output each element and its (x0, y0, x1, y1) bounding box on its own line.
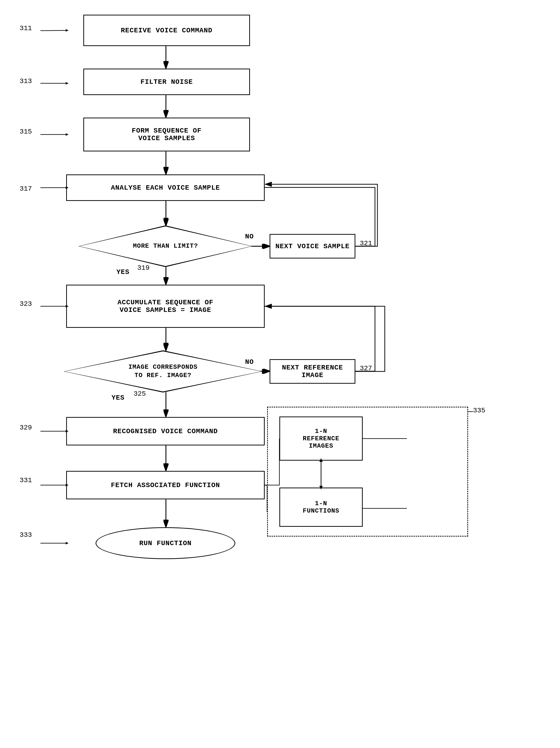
yes-label-1: YES (116, 268, 130, 276)
filter-noise-box: FILTER NOISE (83, 69, 250, 95)
image-corresponds-diamond: IMAGE CORRESPONDSTO REF. IMAGE? (64, 350, 262, 393)
svg-marker-28 (66, 542, 69, 544)
functions-box: 1-N FUNCTIONS (279, 488, 363, 527)
diagram-container: 311 313 315 317 319 321 323 325 327 329 … (0, 0, 560, 748)
ref-311: 311 (20, 24, 32, 32)
ref-331: 331 (20, 476, 32, 484)
no-label-1: NO (245, 233, 254, 240)
receive-voice-command-box: RECEIVE VOICE COMMAND (83, 15, 250, 46)
no-label-2: NO (245, 358, 254, 366)
recognised-voice-command-box: RECOGNISED VOICE COMMAND (66, 417, 265, 445)
svg-marker-21 (66, 29, 69, 31)
analyse-voice-sample-box: ANALYSE EACH VOICE SAMPLE (66, 174, 265, 201)
svg-marker-22 (66, 82, 69, 85)
ref-323: 323 (20, 300, 32, 308)
ref-315: 315 (20, 128, 32, 136)
fetch-associated-function-box: FETCH ASSOCIATED FUNCTION (66, 471, 265, 499)
ref-327: 327 (360, 365, 372, 372)
ref-329: 329 (20, 424, 32, 431)
run-function-ellipse: RUN FUNCTION (96, 527, 235, 559)
more-than-limit-diamond: MORE THAN LIMIT? (78, 226, 252, 267)
next-reference-image-box: NEXT REFERENCE IMAGE (270, 359, 355, 384)
ref-335: 335 (473, 407, 485, 414)
ref-321: 321 (360, 240, 372, 247)
svg-marker-23 (66, 133, 69, 136)
form-sequence-box: FORM SEQUENCE OF VOICE SAMPLES (83, 118, 250, 151)
ref-317: 317 (20, 185, 32, 192)
accumulate-sequence-box: ACCUMULATE SEQUENCE OF VOICE SAMPLES = I… (66, 285, 265, 328)
next-voice-sample-box: NEXT VOICE SAMPLE (270, 234, 355, 258)
ref-images-box: 1-N REFERENCE IMAGES (279, 417, 363, 461)
ref-333: 333 (20, 531, 32, 539)
ref-313: 313 (20, 77, 32, 85)
yes-label-2: YES (112, 394, 124, 402)
